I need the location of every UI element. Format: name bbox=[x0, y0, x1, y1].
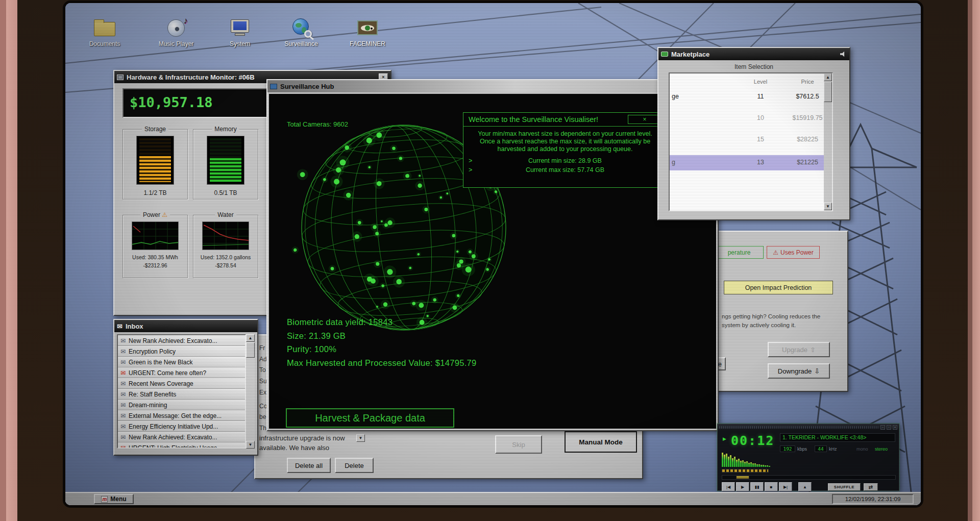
email-field-fragment: Th bbox=[259, 425, 266, 432]
power-cost: -$2312.96 bbox=[123, 262, 187, 268]
desktop-icon-music-player[interactable]: ♪ Music Player bbox=[152, 17, 201, 47]
inbox-scrollbar[interactable]: ▲ ▼ bbox=[246, 334, 255, 449]
minimize-icon[interactable]: – bbox=[880, 425, 885, 430]
chip-icon bbox=[117, 75, 124, 80]
volume-meter[interactable] bbox=[722, 469, 769, 473]
shuffle-toggle[interactable]: SHUFFLE bbox=[828, 483, 861, 491]
taskbar: m Menu 12/02/1999, 22:31:09 bbox=[65, 492, 921, 505]
inbox-titlebar[interactable]: ✉ Inbox bbox=[114, 320, 257, 332]
mail-row[interactable]: ✉URGENT: Come here often? bbox=[118, 367, 245, 378]
mail-row[interactable]: ✉Re: Staff Benefits bbox=[118, 389, 245, 400]
play-indicator-icon: ▶ bbox=[723, 436, 726, 441]
manual-mode-button[interactable]: Manual Mode bbox=[565, 431, 637, 453]
seek-slider[interactable] bbox=[722, 475, 896, 480]
computer-icon bbox=[231, 19, 249, 33]
mail-row[interactable]: ✉Dream-mining bbox=[118, 400, 245, 410]
harvest-package-button[interactable]: Harvest & Package data bbox=[286, 408, 454, 428]
player-titlebar[interactable]: – ▫ × bbox=[718, 424, 899, 431]
upgrade-button[interactable]: Upgrade ⇧ bbox=[768, 342, 830, 357]
temperature-label: perature bbox=[715, 246, 764, 259]
downgrade-button[interactable]: Downgrade ⇩ bbox=[768, 363, 830, 379]
transport-play-button[interactable]: ▶ bbox=[736, 482, 749, 491]
eject-button[interactable]: ▲ bbox=[798, 482, 812, 491]
transport-stop-button[interactable]: ■ bbox=[765, 482, 778, 491]
envelope-icon: ✉ bbox=[120, 434, 126, 440]
marketplace-window: Marketplace Item Selection Level Price g… bbox=[657, 47, 850, 220]
scroll-down-button[interactable]: ▼ bbox=[246, 441, 255, 449]
transport-next-button[interactable]: ▶| bbox=[779, 482, 792, 491]
track-title[interactable]: 1. TEKRIDER - WORKLIFE <3:48> bbox=[780, 433, 895, 442]
folder-icon bbox=[94, 22, 115, 36]
os-logo-icon: m bbox=[101, 496, 108, 503]
email-field-fragment: Ad bbox=[259, 356, 267, 363]
mail-row[interactable]: ✉New Rank Achieved: Excavato... bbox=[118, 335, 245, 346]
repeat-toggle[interactable]: ⇄ bbox=[864, 483, 878, 491]
close-icon[interactable]: × bbox=[893, 425, 897, 430]
item-level: 13 bbox=[745, 159, 776, 166]
scrollbar-thumb[interactable] bbox=[824, 82, 832, 102]
envelope-urgent-icon: ✉ bbox=[120, 445, 126, 449]
column-level: Level bbox=[745, 79, 776, 85]
menu-button[interactable]: m Menu bbox=[94, 494, 134, 504]
item-level: 15 bbox=[745, 136, 776, 143]
min-size-row: >Current min size: 28.9 GB bbox=[463, 157, 667, 164]
screen: Documents ♪ Music Player System Surveill… bbox=[65, 3, 921, 505]
camera-icon bbox=[270, 84, 277, 89]
biometric-yield: Biometric data yield: 15843 bbox=[287, 317, 393, 327]
marketplace-scrollbar[interactable]: ▲ ▼ bbox=[824, 73, 832, 210]
scroll-down-button[interactable]: ▼ bbox=[824, 203, 832, 210]
email-field-fragment: Ex bbox=[259, 389, 266, 396]
cd-icon bbox=[167, 19, 185, 37]
mail-row[interactable]: ✉External Message: Get the edge... bbox=[118, 410, 245, 421]
scroll-down-button[interactable]: ▼ bbox=[356, 434, 365, 442]
mail-row[interactable]: ✉Recent News Coverage bbox=[118, 378, 245, 389]
item-price: $21225 bbox=[786, 159, 829, 166]
downgrade-arrow-icon: ⇩ bbox=[814, 367, 820, 375]
item-level: 10 bbox=[745, 114, 776, 121]
seek-handle[interactable] bbox=[736, 476, 749, 479]
mail-row[interactable]: ✉New Rank Achieved: Excavato... bbox=[118, 432, 245, 442]
desktop-icon-faceminer[interactable]: FACEMINER bbox=[343, 17, 392, 47]
skip-button[interactable]: Skip bbox=[495, 435, 542, 454]
email-body-line: available. We have also bbox=[259, 444, 329, 452]
min-size: Current min size: 28.9 GB bbox=[528, 157, 602, 164]
desktop-icon-documents[interactable]: Documents bbox=[80, 17, 129, 47]
item-price: $15919.75 bbox=[786, 114, 829, 121]
welcome-dialog: Welcome to the Surveillance Visualiser! … bbox=[463, 112, 667, 188]
cooling-info-line: system by actively cooling it. bbox=[722, 322, 796, 328]
mail-row[interactable]: ✉Energy Efficiency Initiative Upd... bbox=[118, 421, 245, 432]
transport-previous-button[interactable]: |◀ bbox=[722, 482, 735, 491]
storage-value: 1.1/2 TB bbox=[123, 189, 187, 196]
dialog-title: Welcome to the Surveillance Visualiser! bbox=[469, 115, 598, 123]
marketplace-titlebar[interactable]: Marketplace bbox=[658, 48, 849, 60]
delete-all-button[interactable]: Delete all bbox=[287, 458, 331, 473]
open-impact-prediction-button[interactable]: Open Impact Prediction bbox=[724, 281, 833, 294]
surveillance-titlebar[interactable]: Surveillance Hub – ▢ × bbox=[267, 80, 718, 92]
scroll-up-button[interactable]: ▲ bbox=[824, 73, 832, 81]
desktop-icon-system[interactable]: System bbox=[215, 17, 264, 47]
desktop-icon-surveillance[interactable]: Surveillance bbox=[277, 17, 326, 47]
storage-gauge bbox=[136, 136, 174, 185]
titlebar-grip[interactable] bbox=[719, 426, 879, 429]
email-field-fragment: Su bbox=[259, 378, 267, 385]
scrollbar-thumb[interactable] bbox=[246, 342, 255, 358]
email-field-fragment: be bbox=[259, 413, 266, 420]
item-price: $28225 bbox=[786, 136, 829, 143]
speaker-icon[interactable] bbox=[840, 51, 847, 57]
water-graph bbox=[202, 221, 249, 250]
shade-icon[interactable]: ▫ bbox=[887, 425, 891, 430]
transport-pause-button[interactable]: ▮▮ bbox=[750, 482, 764, 491]
delete-button[interactable]: Delete bbox=[335, 458, 374, 473]
mail-row[interactable]: ✉Green is the New Black bbox=[118, 357, 245, 367]
mail-row[interactable]: ✉URGENT: High Electricity Usage bbox=[118, 442, 245, 449]
scroll-up-button[interactable]: ▲ bbox=[246, 334, 255, 342]
envelope-icon: ✉ bbox=[120, 349, 126, 355]
icon-label: FACEMINER bbox=[343, 40, 392, 47]
mail-row[interactable]: ✉Encryption Policy bbox=[118, 346, 245, 357]
max-size-row: >Current max size: 57.74 GB bbox=[463, 166, 667, 173]
total-cameras: Total Cameras: 9602 bbox=[287, 120, 348, 128]
envelope-icon: ✉ bbox=[120, 359, 126, 365]
harvest-size: Size: 21.39 GB bbox=[287, 331, 346, 341]
balance-value: $10,957.18 bbox=[130, 94, 213, 110]
dialog-close-button[interactable]: × bbox=[628, 115, 662, 124]
